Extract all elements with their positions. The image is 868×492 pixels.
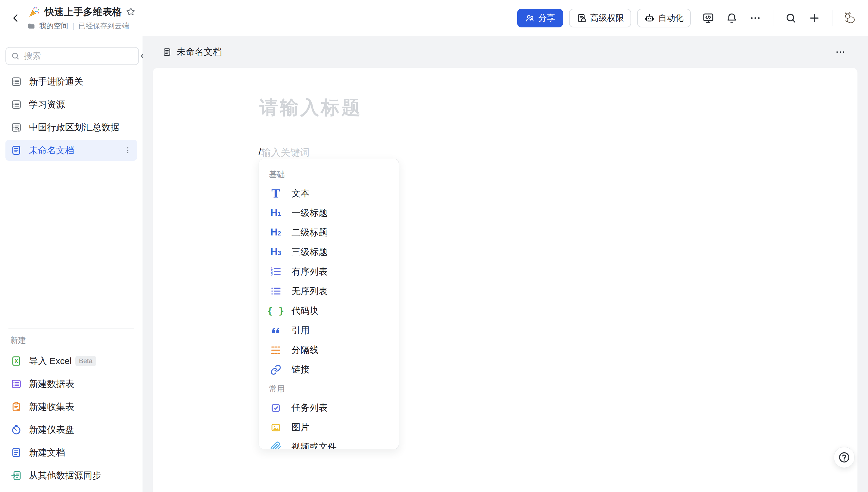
sync-source-icon — [10, 470, 22, 481]
party-popper-emoji-icon — [27, 5, 40, 19]
menu-item-quote[interactable]: 引用 — [259, 321, 399, 340]
menu-item-unordered-list[interactable]: 无序列表 — [259, 281, 399, 301]
menu-section-header: 基础 — [259, 165, 399, 184]
slash-command-input[interactable]: / 输入关键词 — [259, 146, 309, 159]
menu-item-heading2[interactable]: H2 二级标题 — [259, 223, 399, 242]
assistant-cat-icon[interactable] — [843, 11, 857, 25]
menu-item-heading1[interactable]: H1 一级标题 — [259, 203, 399, 223]
excel-icon — [10, 355, 22, 367]
divider-icon — [270, 344, 282, 356]
task-list-icon — [270, 402, 282, 414]
sidebar: 新手进阶通关 学习资源 中国行政区划汇总数据 未命名文档 新建 — [0, 36, 143, 492]
notification-bell-icon[interactable] — [725, 11, 739, 25]
unordered-list-icon — [270, 286, 282, 297]
new-dashboard-button[interactable]: 新建仪表盘 — [5, 419, 137, 440]
doc-icon — [10, 145, 22, 156]
new-section-header: 新建 — [0, 335, 143, 346]
table-icon — [10, 99, 22, 110]
share-button[interactable]: 分享 — [517, 9, 563, 27]
menu-item-text[interactable]: T 文本 — [259, 184, 399, 203]
search-input[interactable] — [24, 51, 134, 61]
sync-from-source-button[interactable]: 从其他数据源同步 — [5, 465, 137, 486]
datasheet-icon — [10, 378, 22, 390]
automation-button[interactable]: 自动化 — [637, 9, 691, 27]
slash-command-menu: 基础 T 文本 H1 一级标题 H2 二级标题 H3 三级标题 — [259, 159, 399, 449]
sidebar-new-section: 新建 导入 ExcelBeta 新建数据表 新建收集表 新建仪表盘 — [0, 328, 143, 488]
breadcrumb-space[interactable]: 我的空间 — [39, 21, 68, 31]
collect-form-icon — [10, 401, 22, 413]
toolbar-divider — [773, 10, 773, 26]
menu-item-heading3[interactable]: H3 三级标题 — [259, 242, 399, 262]
top-bar: 快速上手多维表格 我的空间 | 已经保存到云端 分享 高级权限 自动化 — [0, 0, 868, 36]
title-input-placeholder[interactable]: 请输入标题 — [259, 95, 362, 120]
sidebar-item-table-sync[interactable]: 中国行政区划汇总数据 — [5, 117, 137, 138]
document-title-block: 快速上手多维表格 我的空间 | 已经保存到云端 — [27, 5, 136, 31]
menu-item-image[interactable]: 图片 — [259, 418, 399, 437]
document-canvas[interactable]: 请输入标题 / 输入关键词 基础 T 文本 H1 一级标题 H2 二级标题 — [153, 68, 858, 492]
doc-more-icon[interactable] — [835, 47, 846, 57]
add-icon[interactable] — [807, 11, 822, 25]
attachment-icon — [270, 441, 282, 449]
doc-icon — [162, 47, 172, 57]
new-datasheet-button[interactable]: 新建数据表 — [5, 373, 137, 394]
sidebar-item-table[interactable]: 新手进阶通关 — [5, 71, 137, 92]
breadcrumb-separator: | — [72, 22, 74, 30]
sidebar-item-table[interactable]: 学习资源 — [5, 94, 137, 115]
menu-item-video-or-file[interactable]: 视频或文件 — [259, 437, 399, 449]
sidebar-nav: 新手进阶通关 学习资源 中国行政区划汇总数据 未命名文档 — [0, 71, 143, 163]
sidebar-search-box[interactable] — [5, 47, 139, 65]
quote-icon — [270, 325, 282, 337]
text-icon: T — [270, 188, 282, 200]
menu-section-header: 常用 — [259, 379, 399, 398]
toolbar-divider — [832, 10, 832, 26]
save-status: 已经保存到云端 — [78, 21, 129, 31]
item-more-icon[interactable] — [123, 146, 132, 155]
star-favorite-icon[interactable] — [126, 7, 136, 17]
link-icon — [270, 364, 282, 376]
doc-tab-bar: 未命名文档 — [143, 36, 868, 68]
image-icon — [270, 421, 282, 434]
folder-icon — [27, 22, 35, 30]
doc-icon — [10, 447, 22, 458]
beta-badge: Beta — [75, 356, 96, 366]
presentation-code-icon[interactable] — [701, 11, 715, 25]
import-excel-button[interactable]: 导入 ExcelBeta — [5, 350, 137, 372]
robot-icon — [644, 13, 655, 23]
h1-icon: H1 — [270, 207, 282, 219]
menu-item-task-list[interactable]: 任务列表 — [259, 398, 399, 418]
h2-icon: H2 — [270, 227, 282, 239]
workspace-title: 快速上手多维表格 — [45, 5, 122, 19]
table-icon — [10, 76, 22, 87]
new-collect-form-button[interactable]: 新建收集表 — [5, 396, 137, 417]
search-icon — [11, 51, 20, 60]
doc-tab-title: 未命名文档 — [177, 46, 222, 58]
permission-doc-lock-icon — [576, 13, 587, 23]
h3-icon: H3 — [270, 246, 282, 259]
table-sync-icon — [10, 122, 22, 133]
ordered-list-icon — [270, 266, 282, 278]
menu-item-ordered-list[interactable]: 有序列表 — [259, 262, 399, 281]
code-block-icon: { } — [270, 305, 282, 317]
help-icon — [838, 451, 850, 463]
advanced-permission-button[interactable]: 高级权限 — [569, 9, 631, 27]
dashboard-icon — [10, 424, 22, 435]
share-people-icon — [525, 13, 535, 23]
main-area: 未命名文档 请输入标题 / 输入关键词 基础 T 文本 H1 一级标题 — [143, 36, 868, 492]
sidebar-divider — [8, 328, 134, 328]
menu-item-code-block[interactable]: { } 代码块 — [259, 301, 399, 321]
menu-item-divider[interactable]: 分隔线 — [259, 340, 399, 360]
back-button[interactable] — [7, 10, 24, 26]
new-doc-button[interactable]: 新建文档 — [5, 442, 137, 463]
menu-item-link[interactable]: 链接 — [259, 360, 399, 379]
search-icon[interactable] — [783, 11, 798, 25]
sidebar-item-untitled-doc[interactable]: 未命名文档 — [5, 140, 137, 161]
more-actions-icon[interactable] — [748, 11, 763, 25]
help-button[interactable] — [834, 447, 855, 468]
